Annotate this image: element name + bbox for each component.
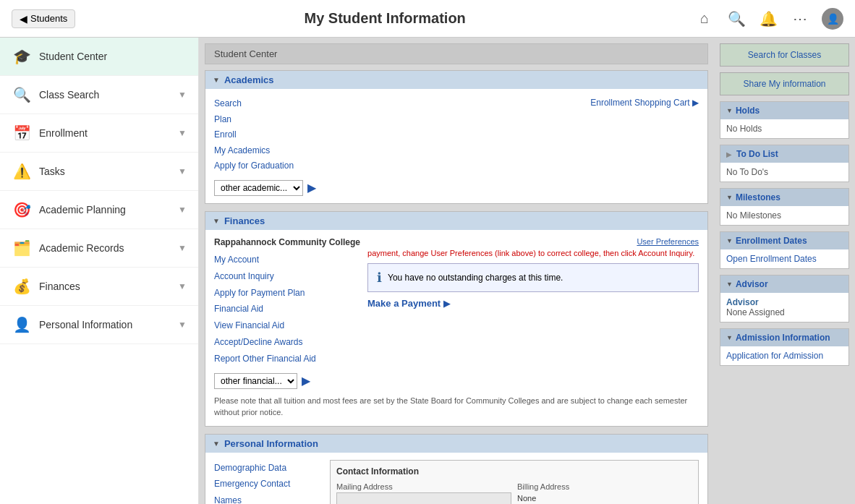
- apply-graduation-link[interactable]: Apply for Graduation: [214, 158, 315, 174]
- contact-grid: Mailing Address Billing Address None Mai…: [336, 482, 692, 504]
- sidebar-label-class-search: Class Search: [39, 89, 171, 101]
- enrollment-cart[interactable]: Enrollment Shopping Cart ▶: [315, 96, 699, 174]
- finances-section-header[interactable]: ▼ Finances: [205, 212, 707, 230]
- admission-header[interactable]: ▼ Admission Information: [720, 329, 848, 346]
- mailing-address-value: [336, 492, 511, 504]
- info-message: You have no outstanding charges at this …: [388, 273, 563, 283]
- demographic-link[interactable]: Demographic Data: [214, 460, 330, 477]
- home-icon[interactable]: ⌂: [694, 9, 715, 29]
- sidebar-label-finances: Finances: [39, 281, 171, 292]
- enrollment-cart-label: Enrollment Shopping Cart ▶: [590, 98, 699, 108]
- academics-go-button[interactable]: ▶: [307, 181, 316, 195]
- enrollment-dates-body: Open Enrollment Dates: [720, 249, 848, 268]
- chevron-icon: ▼: [178, 128, 187, 138]
- finances-left: Rappahannock Community College My Accoun…: [214, 237, 360, 367]
- personal-info-section-header[interactable]: ▼ Personal Information: [205, 435, 707, 453]
- sidebar-label-personal-info: Personal Information: [39, 319, 171, 330]
- advisor-triangle-icon: ▼: [726, 281, 733, 288]
- notifications-icon[interactable]: 🔔: [758, 9, 778, 29]
- sidebar-item-academic-planning[interactable]: 🎯 Academic Planning ▼: [0, 191, 198, 229]
- sc-header: Student Center: [205, 43, 708, 64]
- advisor-header[interactable]: ▼ Advisor: [720, 276, 848, 293]
- milestones-header[interactable]: ▼ Milestones: [720, 189, 848, 206]
- sidebar-label-academic-planning: Academic Planning: [39, 204, 171, 215]
- advisor-content: None Assigned: [726, 307, 785, 317]
- sidebar-item-academic-records[interactable]: 🗂️ Academic Records ▼: [0, 229, 198, 268]
- holds-content: No Holds: [726, 124, 762, 134]
- sidebar-item-personal-information[interactable]: 👤 Personal Information ▼: [0, 306, 198, 344]
- my-account-link[interactable]: My Account: [214, 252, 360, 268]
- holds-header[interactable]: ▼ Holds: [720, 102, 848, 119]
- emergency-contact-link[interactable]: Emergency Contact: [214, 476, 330, 492]
- academics-links: Search Plan Enroll My Academics Apply fo…: [214, 96, 315, 174]
- academics-section: ▼ Academics Search Plan Enroll My Academ…: [205, 70, 708, 204]
- enrollment-dates-title: Enrollment Dates: [736, 236, 807, 246]
- info-icon: ℹ: [377, 270, 382, 286]
- sidebar-item-finances[interactable]: 💰 Finances ▼: [0, 268, 198, 306]
- payment-plan-link[interactable]: Apply for Payment Plan: [214, 285, 360, 302]
- search-classes-button[interactable]: Search for Classes: [720, 43, 849, 67]
- todo-title: To Do List: [736, 149, 778, 159]
- sidebar-item-student-center[interactable]: 🎓 Student Center: [0, 38, 198, 76]
- sidebar-item-enrollment[interactable]: 📅 Enrollment ▼: [0, 114, 198, 153]
- advisor-body: Advisor None Assigned: [720, 293, 848, 322]
- enrollment-dates-header[interactable]: ▼ Enrollment Dates: [720, 232, 848, 249]
- sidebar-label-academic-records: Academic Records: [39, 242, 171, 254]
- class-search-icon: 🔍: [12, 86, 32, 103]
- back-button[interactable]: ◀ Students: [12, 9, 75, 28]
- my-academics-link[interactable]: My Academics: [214, 143, 315, 159]
- collapse-triangle-icon: ▼: [213, 76, 220, 84]
- academics-dropdown-row: other academic... ▶: [214, 180, 699, 196]
- finances-dropdown[interactable]: other financial...: [214, 373, 297, 389]
- right-panel: Search for Classes Share My information …: [714, 38, 855, 504]
- sidebar-item-tasks[interactable]: ⚠️ Tasks ▼: [0, 153, 198, 191]
- tasks-icon: ⚠️: [12, 163, 32, 180]
- holds-body: No Holds: [720, 119, 848, 138]
- todo-body: No To Do's: [720, 163, 848, 181]
- holds-section: ▼ Holds No Holds: [720, 101, 849, 139]
- plan-link[interactable]: Plan: [214, 112, 315, 128]
- todo-section: ▶ To Do List No To Do's: [720, 145, 849, 182]
- student-center-icon: 🎓: [12, 48, 32, 65]
- names-link[interactable]: Names: [214, 492, 330, 504]
- academics-section-header[interactable]: ▼ Academics: [205, 71, 707, 89]
- account-inquiry-link[interactable]: Account Inquiry: [214, 268, 360, 285]
- admission-link[interactable]: Application for Admission: [726, 351, 823, 361]
- personal-info-section: ▼ Personal Information Demographic Data …: [205, 434, 708, 504]
- personal-info-body: Demographic Data Emergency Contact Names…: [205, 453, 707, 504]
- finances-icon: 💰: [12, 278, 32, 295]
- open-enrollment-link[interactable]: Open Enrollment Dates: [726, 254, 817, 264]
- make-payment-link[interactable]: Make a Payment: [367, 298, 441, 309]
- finances-go-button[interactable]: ▶: [302, 374, 310, 388]
- finances-section: ▼ Finances Rappahannock Community Colleg…: [205, 211, 708, 427]
- mailing-address-field: Mailing Address: [336, 482, 511, 504]
- user-preferences-link[interactable]: User Preferences: [367, 237, 699, 246]
- milestones-triangle-icon: ▼: [726, 194, 733, 201]
- finances-title: Finances: [224, 215, 265, 226]
- sidebar-item-class-search[interactable]: 🔍 Class Search ▼: [0, 76, 198, 114]
- billing-address-value: None: [517, 494, 536, 503]
- financial-aid-link[interactable]: Financial Aid: [214, 301, 360, 317]
- more-icon[interactable]: ⋯: [790, 9, 810, 29]
- personal-info-title: Personal Information: [224, 438, 318, 449]
- back-label: Students: [30, 13, 67, 24]
- report-other-aid-link[interactable]: Report Other Financial Aid: [214, 351, 360, 367]
- advisor-section: ▼ Advisor Advisor None Assigned: [720, 275, 849, 323]
- admission-body: Application for Admission: [720, 346, 848, 365]
- personal-links: Demographic Data Emergency Contact Names…: [214, 460, 330, 504]
- finances-notice: Please note that all tuition and most fe…: [214, 395, 699, 419]
- view-financial-aid-link[interactable]: View Financial Aid: [214, 317, 360, 334]
- avatar[interactable]: 👤: [822, 8, 843, 30]
- accept-decline-link[interactable]: Accept/Decline Awards: [214, 334, 360, 351]
- todo-header[interactable]: ▶ To Do List: [720, 145, 848, 163]
- search-icon[interactable]: 🔍: [726, 9, 746, 29]
- search-link[interactable]: Search: [214, 96, 315, 112]
- academics-dropdown[interactable]: other academic...: [214, 180, 303, 196]
- milestones-section: ▼ Milestones No Milestones: [720, 188, 849, 226]
- finances-links: My Account Account Inquiry Apply for Pay…: [214, 252, 360, 367]
- mailing-address-label: Mailing Address: [336, 482, 511, 491]
- enroll-link[interactable]: Enroll: [214, 127, 315, 143]
- share-info-button[interactable]: Share My information: [720, 72, 849, 95]
- sidebar-label-student-center: Student Center: [39, 51, 187, 62]
- contact-title: Contact Information: [336, 466, 692, 477]
